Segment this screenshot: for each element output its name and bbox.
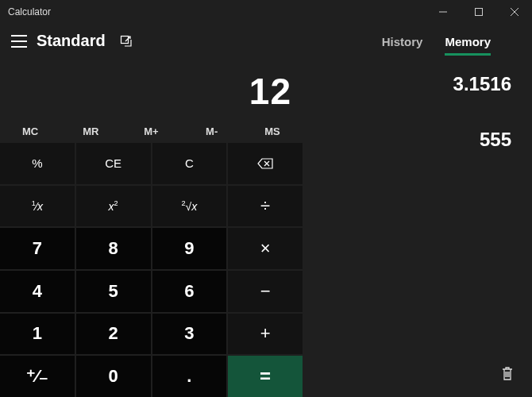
digit-3-button[interactable]: 3 <box>152 314 227 355</box>
minimize-icon <box>439 8 447 16</box>
trash-icon <box>500 365 515 381</box>
close-button[interactable] <box>496 0 532 24</box>
digit-1-button[interactable]: 1 <box>0 314 75 355</box>
digit-8-button[interactable]: 8 <box>76 228 151 269</box>
sqrt-button[interactable]: 2√x <box>152 186 227 227</box>
hamburger-icon <box>11 35 27 37</box>
percent-button[interactable]: % <box>0 143 75 184</box>
tabs: History Memory <box>312 32 522 56</box>
sqrt-label: 2√x <box>182 199 198 213</box>
menu-button[interactable] <box>11 35 27 48</box>
memory-button-row: MC MR M+ M- MS <box>0 119 303 143</box>
result-display: 12 <box>0 52 303 119</box>
reciprocal-button[interactable]: 1∕x <box>0 186 75 227</box>
negate-button[interactable]: ⁺∕₋ <box>0 356 75 397</box>
square-label: x2 <box>109 199 118 213</box>
svg-rect-1 <box>475 9 482 16</box>
memory-subtract-button[interactable]: M- <box>182 119 242 143</box>
digit-0-button[interactable]: 0 <box>76 356 151 397</box>
divide-button[interactable]: ÷ <box>228 186 303 227</box>
clear-button[interactable]: C <box>152 143 227 184</box>
tab-memory[interactable]: Memory <box>445 35 491 56</box>
minimize-button[interactable] <box>425 0 461 24</box>
content-area: Standard 12 MC MR M+ M- MS % CE C 1∕x x2… <box>0 24 532 397</box>
digit-9-button[interactable]: 9 <box>152 228 227 269</box>
mode-title: Standard <box>37 32 106 50</box>
memory-clear-button[interactable]: MC <box>0 119 60 143</box>
digit-5-button[interactable]: 5 <box>76 271 151 312</box>
digit-2-button[interactable]: 2 <box>76 314 151 355</box>
equals-button[interactable]: = <box>228 356 303 397</box>
backspace-button[interactable] <box>228 143 303 184</box>
plus-button[interactable]: + <box>228 314 303 355</box>
window-title: Calculator <box>8 6 51 17</box>
calculator-pane: Standard 12 MC MR M+ M- MS % CE C 1∕x x2… <box>0 24 303 397</box>
backspace-icon <box>257 158 273 169</box>
digit-6-button[interactable]: 6 <box>152 271 227 312</box>
clear-memory-list-button[interactable] <box>495 360 522 389</box>
keep-on-top-button[interactable] <box>120 35 133 48</box>
side-panel: History Memory 3.1516 555 <box>303 24 532 397</box>
digit-4-button[interactable]: 4 <box>0 271 75 312</box>
memory-entry[interactable]: 555 <box>312 121 522 176</box>
tab-history[interactable]: History <box>382 35 423 56</box>
digit-7-button[interactable]: 7 <box>0 228 75 269</box>
square-button[interactable]: x2 <box>76 186 151 227</box>
window-controls <box>425 0 532 24</box>
minus-button[interactable]: − <box>228 271 303 312</box>
clear-entry-button[interactable]: CE <box>76 143 151 184</box>
header-row: Standard <box>0 24 303 52</box>
maximize-icon <box>475 8 483 16</box>
close-icon <box>511 8 519 16</box>
memory-store-button[interactable]: MS <box>242 119 303 143</box>
memory-add-button[interactable]: M+ <box>121 119 181 143</box>
multiply-button[interactable]: × <box>228 228 303 269</box>
title-bar: Calculator <box>0 0 532 24</box>
keypad: % CE C 1∕x x2 2√x ÷ 7 8 9 × 4 5 6 − 1 2 … <box>0 143 303 397</box>
memory-list: 3.1516 555 <box>312 56 522 360</box>
memory-recall-button[interactable]: MR <box>60 119 121 143</box>
decimal-button[interactable]: . <box>152 356 227 397</box>
maximize-button[interactable] <box>461 0 496 24</box>
reciprocal-label: 1∕x <box>32 199 43 213</box>
memory-entry[interactable]: 3.1516 <box>312 65 522 121</box>
